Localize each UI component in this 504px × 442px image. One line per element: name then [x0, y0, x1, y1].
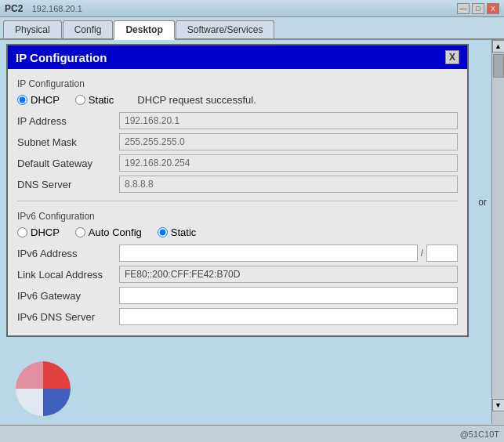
- minimize-button[interactable]: —: [457, 3, 470, 14]
- ipv4-radio-row: DHCP Static DHCP request successful.: [17, 94, 458, 106]
- dns-server-input[interactable]: [119, 176, 458, 193]
- ipv6-static-radio[interactable]: [158, 227, 168, 237]
- ipv6-section: IPv6 Configuration DHCP Auto Config Stat…: [17, 201, 458, 325]
- ipv6-dhcp-label: DHCP: [31, 226, 60, 238]
- ipv6-address-wrapper: /: [119, 245, 458, 262]
- vertical-scrollbar[interactable]: ▲ ▼: [491, 40, 504, 424]
- main-area: IP Configuration X IP Configuration DHCP…: [0, 40, 504, 440]
- ipv6-static-label: Static: [171, 226, 197, 238]
- static-radio-item[interactable]: Static: [75, 94, 114, 106]
- default-gateway-row: Default Gateway: [17, 154, 458, 172]
- status-bar-text: @51C10T: [460, 429, 499, 439]
- window-controls: — □ X: [457, 3, 499, 14]
- ip-dialog-titlebar: IP Configuration X: [8, 45, 467, 69]
- link-local-address-input[interactable]: [119, 266, 458, 283]
- tab-desktop[interactable]: Desktop: [114, 20, 174, 40]
- ipv6-gateway-label: IPv6 Gateway: [17, 290, 119, 302]
- ipv6-address-label: IPv6 Address: [17, 248, 119, 259]
- ipv6-auto-radio[interactable]: [75, 227, 85, 237]
- link-local-address-label: Link Local Address: [17, 269, 119, 281]
- ipv6-gateway-row: IPv6 Gateway: [17, 287, 458, 304]
- scroll-down-button[interactable]: ▼: [492, 399, 505, 411]
- ipv6-address-input[interactable]: [119, 245, 418, 262]
- prefix-length-input[interactable]: [426, 245, 458, 262]
- ip-address-label: IP Address: [17, 115, 119, 127]
- dhcp-radio[interactable]: [17, 95, 27, 105]
- window-subtitle: 192.168.20.1: [32, 4, 82, 13]
- ipv6-dns-server-row: IPv6 DNS Server: [17, 308, 458, 325]
- ip-address-row: IP Address: [17, 112, 458, 129]
- ipv6-dns-server-label: IPv6 DNS Server: [17, 311, 119, 323]
- subnet-mask-row: Subnet Mask: [17, 133, 458, 150]
- window-titlebar: PC2 192.168.20.1 — □ X: [0, 0, 504, 17]
- window-title: PC2 192.168.20.1: [5, 3, 82, 14]
- default-gateway-input[interactable]: [119, 154, 458, 172]
- pc-name: PC2: [5, 3, 23, 14]
- ip-dialog-title: IP Configuration: [16, 51, 107, 64]
- ip-dialog-body: IP Configuration DHCP Static DHCP reques…: [8, 69, 467, 335]
- static-radio[interactable]: [75, 95, 85, 105]
- tab-config[interactable]: Config: [63, 20, 114, 38]
- dns-server-label: DNS Server: [17, 179, 119, 190]
- prefix-length-label: /: [421, 248, 423, 259]
- tabs-bar: Physical Config Desktop Software/Service…: [0, 17, 504, 40]
- scroll-up-button[interactable]: ▲: [492, 40, 505, 53]
- static-label: Static: [89, 94, 114, 106]
- ipv6-static-radio-item[interactable]: Static: [158, 226, 197, 238]
- tab-physical[interactable]: Physical: [3, 20, 62, 38]
- ipv4-section-label: IP Configuration: [17, 78, 458, 89]
- subnet-mask-label: Subnet Mask: [17, 136, 119, 148]
- ipv6-dns-server-input[interactable]: [119, 308, 458, 325]
- ipv6-section-label: IPv6 Configuration: [17, 211, 458, 222]
- ipv6-dhcp-radio[interactable]: [17, 227, 27, 237]
- maximize-button[interactable]: □: [472, 3, 484, 14]
- ip-dialog-close-button[interactable]: X: [445, 50, 459, 64]
- dhcp-label: DHCP: [31, 94, 60, 106]
- scroll-thumb[interactable]: [493, 54, 504, 78]
- ipv6-auto-config-label: Auto Config: [89, 226, 142, 238]
- dhcp-status: DHCP request successful.: [137, 94, 256, 106]
- dns-server-row: DNS Server: [17, 176, 458, 193]
- ipv6-dhcp-radio-item[interactable]: DHCP: [17, 226, 60, 238]
- status-bar: @51C10T: [0, 425, 504, 442]
- subnet-mask-input[interactable]: [119, 133, 458, 150]
- ipv6-radio-row: DHCP Auto Config Static: [17, 226, 458, 238]
- or-label: or: [478, 197, 487, 208]
- dhcp-radio-item[interactable]: DHCP: [17, 94, 60, 106]
- tab-software-services[interactable]: Software/Services: [176, 20, 275, 38]
- pie-chart-decoration: [12, 357, 74, 420]
- ipv6-address-row: IPv6 Address /: [17, 245, 458, 262]
- link-local-address-row: Link Local Address: [17, 266, 458, 283]
- ip-address-input[interactable]: [119, 112, 458, 129]
- ipv6-auto-config-radio-item[interactable]: Auto Config: [75, 226, 142, 238]
- ip-configuration-dialog: IP Configuration X IP Configuration DHCP…: [6, 44, 469, 337]
- default-gateway-label: Default Gateway: [17, 158, 119, 169]
- window-close-button[interactable]: X: [487, 3, 499, 14]
- ipv6-gateway-input[interactable]: [119, 287, 458, 304]
